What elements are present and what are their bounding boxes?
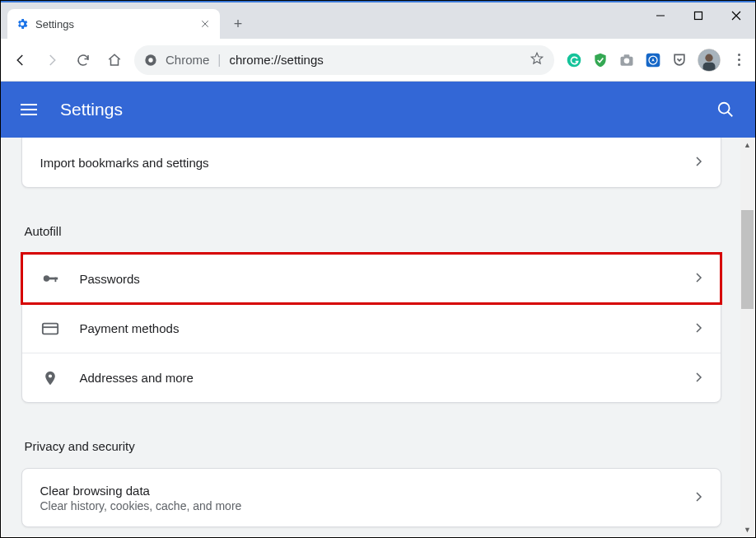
minimize-button[interactable]: [642, 2, 679, 29]
forward-button[interactable]: [40, 49, 63, 72]
scrollbar[interactable]: ▲ ▼: [740, 138, 754, 536]
omnibox-separator: |: [217, 53, 221, 68]
svg-point-12: [705, 54, 712, 61]
search-icon[interactable]: [716, 100, 735, 119]
svg-rect-19: [42, 323, 57, 334]
extension-pocket-icon[interactable]: [671, 52, 688, 68]
passwords-label: Passwords: [80, 272, 696, 286]
privacy-card: Clear browsing data Clear history, cooki…: [21, 468, 721, 527]
svg-rect-7: [624, 54, 630, 57]
svg-point-6: [624, 58, 630, 63]
section-autofill-title: Autofill: [25, 224, 721, 238]
section-privacy-title: Privacy and security: [25, 439, 721, 453]
scroll-thumb[interactable]: [741, 210, 754, 309]
chevron-right-icon: [696, 155, 702, 170]
location-pin-icon: [40, 370, 60, 386]
svg-rect-1: [695, 12, 702, 20]
autofill-card: Passwords Payment methods Addresses and …: [21, 253, 721, 403]
svg-point-4: [567, 53, 581, 67]
payment-methods-row[interactable]: Payment methods: [22, 303, 721, 353]
chevron-right-icon: [696, 490, 702, 505]
browser-toolbar: Chrome | chrome://settings: [1, 39, 755, 82]
chrome-icon: [144, 54, 157, 67]
svg-rect-17: [48, 278, 58, 280]
chevron-right-icon: [696, 321, 702, 336]
reload-button[interactable]: [72, 49, 95, 72]
scroll-up-icon[interactable]: ▲: [740, 138, 754, 152]
payment-methods-label: Payment methods: [80, 321, 696, 335]
bookmark-star-icon[interactable]: [530, 51, 544, 69]
menu-icon[interactable]: [21, 100, 40, 119]
import-bookmarks-row[interactable]: Import bookmarks and settings: [22, 138, 721, 187]
import-bookmarks-label: Import bookmarks and settings: [40, 156, 696, 170]
gear-icon: [16, 17, 29, 30]
key-icon: [40, 269, 60, 288]
page-title: Settings: [60, 100, 716, 119]
maximize-button[interactable]: [679, 2, 717, 29]
close-tab-button[interactable]: [198, 17, 212, 30]
import-bookmarks-card: Import bookmarks and settings: [21, 138, 721, 188]
passwords-row[interactable]: Passwords: [22, 254, 721, 303]
window-title-bar: Settings +: [1, 2, 755, 39]
extension-shield-icon[interactable]: [592, 52, 609, 68]
omnibox-url: chrome://settings: [230, 53, 521, 67]
addresses-label: Addresses and more: [80, 371, 696, 385]
clear-browsing-data-label: Clear browsing data: [40, 484, 696, 498]
close-window-button[interactable]: [717, 2, 755, 29]
chevron-right-icon: [696, 371, 702, 386]
svg-rect-13: [703, 62, 716, 70]
back-button[interactable]: [9, 49, 32, 72]
home-button[interactable]: [103, 49, 126, 72]
extension-compass-icon[interactable]: [645, 52, 661, 68]
clear-browsing-data-sub: Clear history, cookies, cache, and more: [40, 499, 696, 512]
tab-title: Settings: [35, 18, 192, 30]
profile-avatar[interactable]: [698, 49, 721, 72]
svg-point-14: [719, 103, 730, 114]
browser-menu-button[interactable]: [730, 52, 747, 68]
addresses-row[interactable]: Addresses and more: [22, 353, 721, 402]
extension-grammarly-icon[interactable]: [566, 52, 582, 68]
chevron-right-icon: [696, 271, 702, 286]
address-bar[interactable]: Chrome | chrome://settings: [134, 45, 554, 75]
svg-point-3: [148, 58, 152, 62]
clear-browsing-data-row[interactable]: Clear browsing data Clear history, cooki…: [22, 469, 721, 526]
browser-tab[interactable]: Settings: [7, 9, 220, 39]
svg-line-15: [728, 112, 733, 117]
new-tab-button[interactable]: +: [226, 12, 250, 35]
extension-camera-icon[interactable]: [618, 52, 635, 68]
omnibox-origin: Chrome: [166, 53, 209, 67]
svg-rect-18: [54, 278, 56, 283]
credit-card-icon: [40, 320, 60, 338]
scroll-down-icon[interactable]: ▼: [740, 522, 754, 536]
settings-header: Settings: [1, 82, 755, 138]
